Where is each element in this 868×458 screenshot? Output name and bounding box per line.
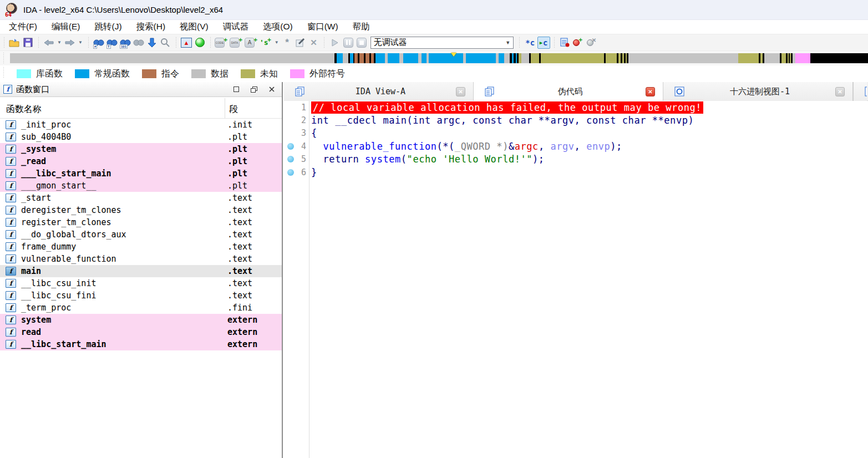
jump-address-button[interactable] — [146, 36, 158, 49]
column-header-name[interactable]: 函数名称 — [6, 104, 42, 115]
function-row[interactable]: f_init_proc.init — [0, 119, 282, 131]
tab-十六进制视图-1[interactable]: 十六进制视图-1✕ — [663, 82, 853, 101]
maximize-button[interactable] — [229, 84, 244, 94]
tab-close-icon[interactable]: ✕ — [456, 87, 465, 96]
code-line[interactable]: 6} — [284, 166, 868, 179]
source-c-button[interactable]: *c — [524, 36, 536, 49]
function-row[interactable]: f__libc_csu_fini.text — [0, 289, 282, 302]
search-lock-button[interactable] — [159, 36, 171, 49]
menu-item-3[interactable]: 跳转(J) — [89, 20, 127, 34]
code-line[interactable]: 1// local variable allocation has failed… — [284, 101, 868, 114]
function-row[interactable]: f_read.plt — [0, 155, 282, 167]
legend-handle[interactable] — [2, 67, 4, 78]
functions-window-titlebar[interactable]: f 函数窗口 — [0, 82, 282, 97]
toolbar-handle[interactable] — [175, 37, 177, 48]
save-file-button[interactable] — [22, 36, 34, 49]
add-name-button[interactable]: A＋ — [245, 36, 258, 49]
function-row[interactable]: f__libc_start_mainextern — [0, 338, 282, 350]
function-row[interactable]: f_term_proc.fini — [0, 302, 282, 314]
function-row[interactable]: f___libc_start_main.plt — [0, 167, 282, 180]
patch-asterisk-button[interactable]: * — [281, 36, 293, 49]
back-history-dropdown[interactable]: ▼ — [56, 36, 63, 49]
undefine-button[interactable]: ✕ — [308, 36, 320, 49]
edit-function-button[interactable] — [295, 36, 307, 49]
struct-dropdown[interactable]: ▼ — [273, 36, 280, 49]
menu-item-2[interactable]: 编辑(E) — [46, 20, 86, 34]
function-row[interactable]: f__do_global_dtors_aux.text — [0, 228, 282, 241]
tab-bar: IDA View-A✕伪代码✕十六进制视图-1✕A — [284, 82, 868, 101]
tab-IDA View-A[interactable]: IDA View-A✕ — [284, 82, 474, 101]
make-data-button[interactable]: DATA＋ — [230, 36, 243, 49]
menu-item-4[interactable]: 搜索(H) — [131, 20, 171, 34]
toolbar-handle[interactable] — [37, 37, 39, 48]
tab-extra[interactable]: A — [853, 82, 867, 101]
problems-button[interactable]: ▲ — [180, 36, 192, 49]
search-binary-button[interactable]: 101 — [119, 36, 131, 49]
function-row[interactable]: fderegister_tm_clones.text — [0, 204, 282, 216]
function-row[interactable]: fvulnerable_function.text — [0, 253, 282, 265]
function-f-icon: f — [6, 328, 16, 337]
ida-view-icon — [295, 86, 305, 96]
toolbar-handle[interactable] — [554, 37, 556, 48]
line-bullet-icon[interactable] — [287, 143, 294, 150]
navigation-band[interactable] — [10, 53, 868, 63]
search-text-button[interactable]: T — [106, 36, 118, 49]
column-header-segment[interactable]: 段 — [229, 104, 238, 115]
menu-item-8[interactable]: 窗口(W) — [302, 20, 344, 34]
toolbar-handle[interactable] — [519, 37, 521, 48]
function-row[interactable]: fsystemextern — [0, 314, 282, 326]
debugger-pause-button[interactable] — [342, 36, 354, 49]
functions-table-header[interactable]: 函数名称 段 — [0, 97, 282, 119]
toolbar-handle[interactable] — [209, 37, 211, 48]
green-ball-icon — [195, 38, 205, 47]
toolbar-handle[interactable] — [323, 37, 326, 48]
function-segment: .text — [227, 291, 252, 301]
pseudocode-sync-button[interactable]: ▶c — [537, 36, 550, 49]
search-address-button[interactable]: # — [93, 36, 105, 49]
navigate-back-button[interactable] — [43, 36, 55, 49]
code-line[interactable]: 2int __cdecl main(int argc, const char *… — [284, 114, 868, 126]
navband-handle[interactable] — [2, 53, 4, 64]
function-row[interactable]: f_system.plt — [0, 143, 282, 155]
menu-item-7[interactable]: 选项(O) — [257, 20, 298, 34]
menu-item-5[interactable]: 视图(V) — [174, 20, 214, 34]
breakpoint-list-button[interactable] — [559, 36, 571, 49]
debugger-selector[interactable]: 无调试器 ▼ — [370, 37, 514, 49]
debugger-stop-button[interactable] — [356, 36, 368, 49]
remove-breakpoint-button[interactable]: ✕ — [586, 36, 598, 49]
tab-close-icon[interactable]: ✕ — [835, 87, 845, 96]
function-row[interactable]: fregister_tm_clones.text — [0, 216, 282, 228]
function-row[interactable]: fsub_4004B0.plt — [0, 131, 282, 143]
function-row[interactable]: fframe_dummy.text — [0, 241, 282, 253]
add-breakpoint-button[interactable]: ＋ — [572, 36, 585, 49]
function-row[interactable]: f__libc_csu_init.text — [0, 277, 282, 289]
function-row[interactable]: fmain.text — [0, 265, 282, 277]
float-button[interactable] — [246, 84, 262, 94]
function-row[interactable]: f___gmon_start__.plt — [0, 180, 282, 192]
line-bullet-icon[interactable] — [287, 156, 294, 162]
function-row[interactable]: freadextern — [0, 326, 282, 338]
open-file-button[interactable] — [8, 36, 21, 49]
code-line[interactable]: 4 vulnerable_function(*(_QWORD *)&argc, … — [284, 140, 868, 152]
create-struct-button[interactable]: 's＋ — [260, 36, 272, 49]
menu-item-1[interactable]: 文件(F) — [3, 20, 43, 34]
code-line[interactable]: 3{ — [284, 127, 868, 140]
line-bullet-icon[interactable] — [287, 169, 294, 176]
close-button[interactable] — [264, 84, 280, 94]
navigate-forward-button[interactable] — [64, 36, 76, 49]
toolbar-handle[interactable] — [87, 37, 89, 48]
menu-item-9[interactable]: 帮助 — [347, 20, 375, 34]
tab-伪代码[interactable]: 伪代码✕ — [474, 82, 663, 101]
toolbar-handle[interactable] — [3, 37, 5, 48]
make-code-button[interactable]: CODE＋ — [215, 36, 229, 49]
search-next-button[interactable] — [133, 36, 145, 49]
pseudocode-view[interactable]: 1// local variable allocation has failed… — [284, 101, 868, 458]
menu-item-6[interactable]: 调试器 — [217, 20, 255, 34]
code-line[interactable]: 5 return system("echo 'Hello World!'"); — [284, 153, 868, 166]
function-row[interactable]: f_start.text — [0, 192, 282, 204]
debugger-start-button[interactable] — [329, 36, 341, 49]
chevron-down-icon[interactable]: ▼ — [503, 40, 513, 45]
tab-close-icon[interactable]: ✕ — [646, 87, 655, 96]
column-divider[interactable] — [225, 98, 225, 118]
forward-history-dropdown[interactable]: ▼ — [77, 36, 84, 49]
